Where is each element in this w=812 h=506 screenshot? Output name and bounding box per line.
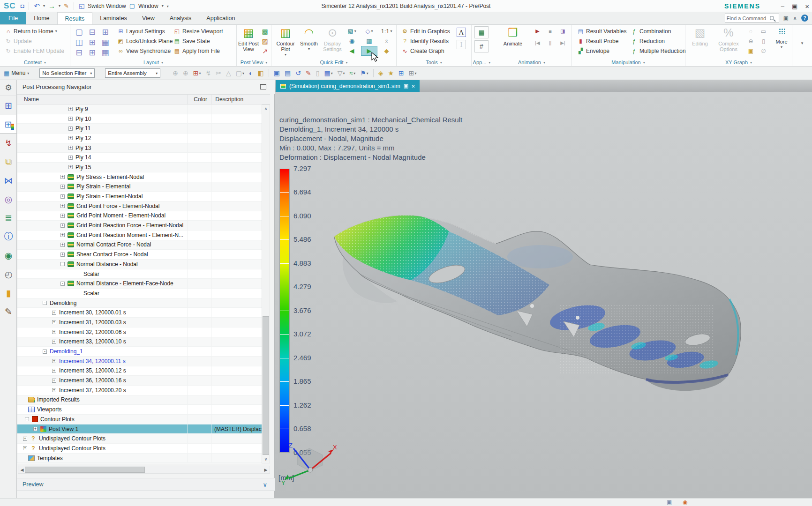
tree-row[interactable]: + Increment 31, 120000.03 s — [17, 318, 262, 327]
tree-expander[interactable]: + — [60, 194, 65, 199]
layout-command[interactable]: ▤ Apply from File — [172, 46, 233, 56]
tree-row[interactable]: + Grid Point Force - Element-Nodal — [17, 201, 262, 211]
tree-expander[interactable]: + — [68, 107, 73, 111]
flag-icon[interactable]: ⚑ ▾ — [360, 69, 368, 77]
add-selection-icon[interactable]: ⊞ ▾ — [193, 69, 201, 77]
window-icon[interactable]: ▢ — [129, 3, 135, 9]
layout-arrangement-icon[interactable]: ▦ — [100, 48, 110, 57]
mean-value-icon[interactable]: x̄ ▾ — [378, 36, 395, 46]
layout-command[interactable]: ◱ Resize Viewport — [172, 26, 233, 36]
tree-row[interactable]: - Demolding_1 — [17, 347, 262, 357]
switch-window-button[interactable]: Switch Window — [88, 3, 126, 9]
tree-row[interactable]: + Grid Point Reaction Moment - Element-N… — [17, 231, 262, 240]
post-view-section-footer[interactable]: Post View▾ — [237, 60, 271, 65]
quick-edit-big-button[interactable]: ▥ Contour Plot ▾ — [274, 26, 297, 58]
undo-dropdown-icon[interactable]: ▾ — [43, 4, 45, 8]
clipboard-icon[interactable]: ▯ ▾ — [316, 69, 320, 77]
tree-expander[interactable]: + — [52, 330, 56, 334]
layout-command[interactable]: ⊞ Layout Settings — [115, 26, 171, 36]
post-view-palette-icon[interactable]: ▨ — [259, 36, 271, 46]
tree-row[interactable]: - Normal Distance - Nodal — [17, 260, 262, 269]
annotation-button[interactable]: A — [457, 28, 466, 37]
layout-arrangement-icon[interactable]: ⊞ — [87, 48, 97, 57]
scale-1-1-icon[interactable]: 1:1 ▾ — [378, 26, 395, 36]
tree-vertical-scrollbar[interactable]: ∧ ∨ — [262, 104, 270, 463]
refresh-view-icon[interactable]: ↺ ▾ — [295, 69, 301, 77]
window-menu-button[interactable]: Window — [138, 3, 158, 9]
dropdown-icon[interactable]: ▾ — [55, 29, 57, 33]
manipulation-command[interactable]: ▮ Result Probe — [575, 36, 628, 46]
layout-arrangement-icon[interactable]: ◫ — [74, 37, 84, 47]
scroll-down-icon[interactable]: ∨ — [262, 455, 270, 463]
3d-viewport[interactable]: curing_demonstration_sim1 : Mechanical_C… — [275, 92, 812, 498]
web-browser-icon[interactable]: ◉ — [0, 246, 17, 265]
simulation-document-tab[interactable]: (Simulation) curing_demonstration_sim1.s… — [276, 80, 420, 92]
record-graph-icon[interactable]: ▣ — [744, 46, 757, 56]
zoom-out-graph-icon[interactable]: ⊖ — [744, 36, 757, 46]
ribbon-tab[interactable]: Application — [199, 12, 242, 24]
redo-dropdown-icon[interactable]: ▾ — [59, 4, 60, 8]
minimize-button[interactable]: – — [781, 3, 784, 10]
image-pillar-button[interactable]: I — [457, 40, 466, 49]
layout-arrangement-icon[interactable]: ⊞ — [87, 37, 97, 47]
selection-scope-combo[interactable]: Entire Assembly▾ — [105, 68, 160, 78]
filter-cone-icon[interactable]: ▽ ▾ — [338, 69, 345, 77]
ribbon-tab[interactable]: Laminates — [92, 12, 135, 24]
tree-row[interactable]: + Increment 34, 120000.11 s — [17, 357, 262, 366]
tools-section-footer[interactable]: Tools▾ — [397, 60, 471, 65]
tree-row[interactable]: + Increment 30, 120000.01 s — [17, 308, 262, 318]
internet-info-icon[interactable]: ⓘ — [0, 227, 17, 246]
lasso-icon[interactable]: ↯ ▾ — [206, 69, 211, 77]
display-mode-icon[interactable]: ▣ — [667, 499, 672, 506]
cube-grid-icon[interactable]: ▦ ▾ — [361, 36, 377, 46]
tree-row[interactable]: + Increment 35, 120000.12 s — [17, 366, 262, 376]
result-stack-icon[interactable]: ◆ ▾ — [378, 46, 395, 56]
quick-edit-big-button[interactable]: ◠ Smooth ▾ — [298, 26, 320, 52]
layers-icon[interactable]: ≈ ▾ — [349, 69, 355, 77]
column-color[interactable]: Color — [188, 95, 211, 104]
animate-button[interactable]: ❒ Animate — [500, 26, 526, 46]
tree-expander[interactable]: - — [60, 282, 65, 286]
layout-command[interactable]: ◩ Lock/Unlock Plane — [115, 36, 171, 46]
tree-row[interactable]: + Ply 9 — [17, 104, 262, 114]
tree-expander[interactable]: + — [52, 320, 56, 324]
tree-expander[interactable]: + — [52, 359, 56, 363]
tree-row[interactable]: Scalar — [17, 289, 262, 298]
tree-expander[interactable]: + — [52, 388, 56, 392]
tree-expander[interactable]: + — [52, 369, 56, 373]
window-grid-icon[interactable]: ▦ ▾ — [324, 69, 332, 77]
undo-icon[interactable]: ↶ — [34, 2, 40, 9]
find-command-box[interactable] — [725, 14, 779, 22]
x-limit-icon[interactable]: ▭ — [757, 26, 770, 36]
tree-expander[interactable]: + — [23, 446, 27, 450]
interference-icon[interactable]: ✂ ▾ — [216, 69, 221, 77]
tree-expander[interactable]: + — [68, 146, 73, 150]
y-limit-icon[interactable]: ▯ — [757, 36, 770, 46]
scrollbar-thumb[interactable] — [263, 316, 269, 455]
fields-database-icon[interactable]: ◎ — [0, 190, 17, 208]
tools-command[interactable]: ? Identify Results — [399, 36, 456, 46]
ribbon-tab[interactable]: Home — [26, 12, 57, 24]
favorites-icon[interactable]: ★ ▾ — [388, 69, 394, 77]
tree-row[interactable]: Viewports — [17, 405, 262, 415]
format-brush-icon[interactable]: ✎ — [64, 3, 69, 9]
manipulation-command[interactable]: ▞ Envelope — [575, 46, 628, 56]
tree-expander[interactable]: + — [60, 185, 65, 189]
context-command[interactable]: ↻ Update ▾ — [3, 36, 70, 46]
tree-expander[interactable]: - — [60, 262, 65, 266]
xy-graph-big-button[interactable]: ▧ Editing — [688, 26, 712, 46]
tree-expander[interactable]: + — [68, 117, 73, 121]
manipulation-command[interactable]: ƒ Reduction — [629, 36, 684, 46]
manipulation-command[interactable]: ƒ Multiple Reduction — [629, 46, 684, 56]
layout-arrangement-icon[interactable]: ⊟ — [74, 48, 84, 57]
export-animation-button[interactable]: ◨ — [557, 26, 569, 36]
qat-customize-icon[interactable]: ▾ — [167, 4, 169, 8]
tree-row[interactable]: - Demolding — [17, 298, 262, 308]
tree-expander[interactable]: + — [60, 223, 65, 228]
ribbon-overflow-icon[interactable]: ▾ — [801, 41, 804, 45]
context-section-footer[interactable]: Context▾ — [0, 60, 70, 65]
result-cube-icon[interactable]: ▧ ▾ — [344, 26, 360, 36]
graph-probe-icon[interactable]: ◌ — [744, 26, 757, 36]
screenshot-icon[interactable]: ▣ ▾ — [274, 69, 280, 77]
tree-expander[interactable]: + — [60, 243, 65, 247]
